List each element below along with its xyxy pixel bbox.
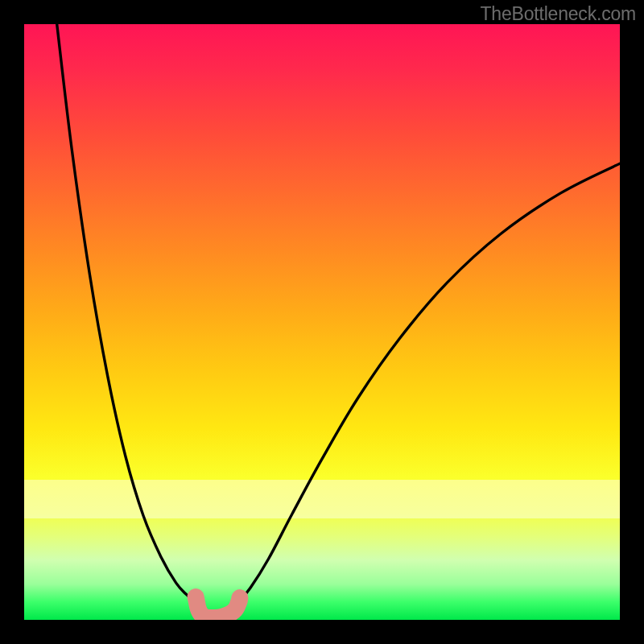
highlight-band: [24, 480, 620, 518]
watermark-text: TheBottleneck.com: [481, 3, 636, 25]
plot-area: [24, 24, 620, 620]
curve-right-arm: [238, 163, 620, 602]
curve-layer: [24, 24, 620, 620]
curve-left-arm: [57, 24, 203, 607]
chart-frame: TheBottleneck.com: [0, 0, 644, 644]
marker-u-shape: [196, 597, 240, 618]
